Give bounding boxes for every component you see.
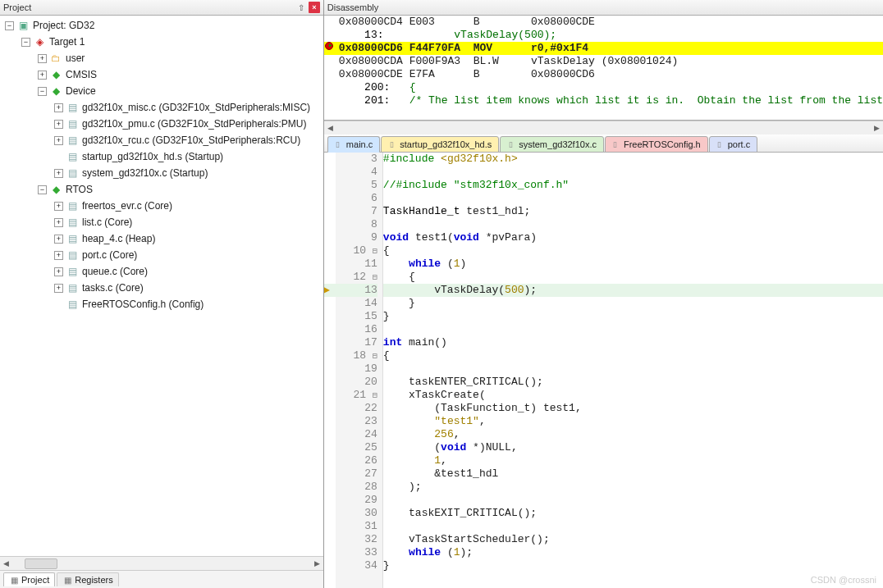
expander-icon[interactable]: + [54, 202, 63, 211]
project-tree[interactable]: −▣Project: GD32−◈Target 1+🗀user+◆CMSIS−◆… [0, 16, 323, 556]
expander-icon[interactable]: + [54, 136, 63, 145]
expander-icon[interactable]: − [38, 87, 47, 96]
marker-cell[interactable] [324, 441, 336, 454]
code-line[interactable]: while (1) [383, 258, 883, 271]
marker-cell[interactable] [324, 546, 336, 559]
close-panel-button[interactable]: × [309, 2, 320, 13]
expander-icon[interactable]: + [54, 235, 63, 244]
marker-cell[interactable] [324, 559, 336, 572]
code-line[interactable]: { [383, 349, 883, 362]
code-line[interactable] [383, 520, 883, 533]
marker-cell[interactable] [324, 231, 336, 244]
disasm-line[interactable]: 0x08000CD4 E003 B 0x08000CDE [324, 16, 883, 29]
expander-icon[interactable]: − [21, 38, 30, 47]
code-line[interactable] [383, 494, 883, 507]
marker-cell[interactable] [324, 494, 336, 507]
tree-row[interactable]: −◆Device [0, 83, 323, 99]
tree-row[interactable]: +▤port.c (Core) [0, 247, 323, 263]
tree-row[interactable]: +▤heap_4.c (Heap) [0, 230, 323, 247]
tree-row[interactable]: ▤FreeRTOSConfig.h (Config) [0, 296, 323, 312]
tree-row[interactable]: −◆RTOS [0, 181, 323, 198]
expander-icon[interactable]: − [5, 21, 14, 30]
code-editor[interactable]: ▶ 345678910 ⊟1112 ⊟131415161718 ⊟192021 … [324, 153, 883, 588]
file-tab[interactable]: ▯system_gd32f10x.c [500, 136, 604, 153]
file-tab[interactable]: ▯port.c [709, 136, 758, 153]
tree-row[interactable]: +▤list.c (Core) [0, 214, 323, 230]
fold-icon[interactable]: ⊟ [373, 247, 377, 256]
pin-button[interactable]: ⇧ [295, 2, 307, 13]
file-tab[interactable]: ▯main.c [327, 136, 380, 153]
fold-icon[interactable]: ⊟ [373, 352, 377, 361]
fold-icon[interactable]: ⊟ [373, 273, 377, 282]
code-line[interactable]: while (1); [383, 546, 883, 559]
expander-icon[interactable]: + [54, 169, 63, 178]
marker-cell[interactable] [324, 271, 336, 284]
marker-cell[interactable] [324, 244, 336, 258]
code-line[interactable]: &test1_hdl [383, 467, 883, 481]
expander-icon[interactable]: − [38, 185, 47, 194]
expander-icon[interactable]: + [54, 251, 63, 260]
marker-cell[interactable] [324, 402, 336, 415]
bottom-tab-project[interactable]: ▦Project [3, 572, 55, 586]
tree-row[interactable]: +▤gd32f10x_pmu.c (GD32F10x_StdPeripheral… [0, 116, 323, 132]
marker-cell[interactable] [324, 297, 336, 310]
code-line[interactable]: 1, [383, 454, 883, 467]
code-line[interactable]: { [383, 271, 883, 284]
expander-icon[interactable]: + [38, 71, 47, 80]
code-line[interactable]: { [383, 244, 883, 258]
expander-icon[interactable]: + [54, 218, 63, 227]
expander-icon[interactable]: + [54, 103, 63, 112]
disasm-line[interactable]: ▸0x08000CD6 F44F70FA MOV r0,#0x1F4 [324, 42, 883, 55]
tree-row[interactable]: +▤queue.c (Core) [0, 263, 323, 280]
code-line[interactable]: void test1(void *pvPara) [383, 231, 883, 244]
expander-icon[interactable]: + [54, 267, 63, 276]
file-tab[interactable]: ▯FreeRTOSConfig.h [605, 136, 708, 153]
marker-cell[interactable] [324, 310, 336, 323]
tree-row[interactable]: +▤system_gd32f10x.c (Startup) [0, 165, 323, 181]
bottom-tab-registers[interactable]: ▦Registers [57, 572, 118, 586]
code-line[interactable] [383, 166, 883, 179]
marker-cell[interactable] [324, 467, 336, 481]
marker-cell[interactable] [324, 507, 336, 520]
disasm-hscroll[interactable]: ◀▶ [324, 121, 883, 134]
code-line[interactable]: ); [383, 481, 883, 494]
tree-row[interactable]: −◈Target 1 [0, 34, 323, 50]
file-tab[interactable]: ▯startup_gd32f10x_hd.s [381, 136, 499, 153]
code-line[interactable]: vTaskDelay(500); [383, 284, 883, 297]
tree-row[interactable]: −▣Project: GD32 [0, 17, 323, 34]
code-line[interactable]: 256, [383, 428, 883, 441]
code-line[interactable]: int main() [383, 336, 883, 349]
tree-row[interactable]: +▤gd32f10x_rcu.c (GD32F10x_StdPeripheral… [0, 132, 323, 148]
marker-cell[interactable] [324, 258, 336, 271]
disasm-line[interactable]: 0x08000CDE E7FA B 0x08000CD6 [324, 68, 883, 81]
marker-cell[interactable] [324, 205, 336, 218]
code-line[interactable] [383, 192, 883, 205]
marker-cell[interactable] [324, 481, 336, 494]
marker-cell[interactable] [324, 389, 336, 402]
tree-row[interactable]: +▤freertos_evr.c (Core) [0, 198, 323, 214]
marker-cell[interactable] [324, 415, 336, 428]
code-line[interactable]: } [383, 559, 883, 572]
marker-cell[interactable] [324, 153, 336, 166]
tree-hscroll[interactable]: ◀▶ [0, 556, 323, 570]
code-line[interactable]: } [383, 310, 883, 323]
marker-cell[interactable] [324, 323, 336, 336]
code-line[interactable]: taskEXIT_CRITICAL(); [383, 507, 883, 520]
tree-row[interactable]: ▤startup_gd32f10x_hd.s (Startup) [0, 148, 323, 165]
marker-cell[interactable] [324, 520, 336, 533]
tree-row[interactable]: +▤gd32f10x_misc.c (GD32F10x_StdPeriphera… [0, 99, 323, 116]
tree-row[interactable]: +◆CMSIS [0, 66, 323, 83]
code-line[interactable] [383, 218, 883, 231]
marker-cell[interactable] [324, 336, 336, 349]
expander-icon[interactable]: + [38, 54, 47, 63]
marker-cell[interactable] [324, 428, 336, 441]
fold-icon[interactable]: ⊟ [373, 391, 377, 400]
code-line[interactable]: } [383, 297, 883, 310]
disasm-line[interactable]: 0x08000CDA F000F9A3 BL.W vTaskDelay (0x0… [324, 55, 883, 68]
code-line[interactable] [383, 362, 883, 376]
marker-cell[interactable] [324, 166, 336, 179]
expander-icon[interactable]: + [54, 120, 63, 129]
code-line[interactable]: TaskHandle_t test1_hdl; [383, 205, 883, 218]
code-line[interactable]: #include <gd32f10x.h> [383, 153, 883, 166]
tree-row[interactable]: +🗀user [0, 50, 323, 66]
